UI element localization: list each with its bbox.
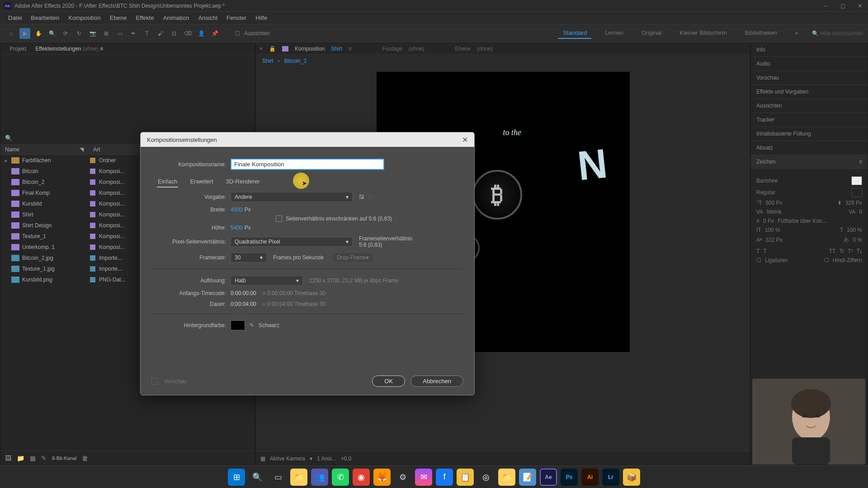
tsume-field[interactable]: 0 % <box>853 237 862 243</box>
col-label-header[interactable]: ◥ <box>80 146 93 153</box>
roto-tool[interactable]: 👤 <box>196 28 207 39</box>
tab-footage[interactable]: Footage <box>382 46 402 52</box>
after-effects-icon[interactable]: Ae <box>540 469 557 486</box>
obs-icon[interactable]: ◎ <box>477 469 495 486</box>
project-search-icon[interactable]: 🔍 <box>5 135 12 141</box>
menu-hilfe[interactable]: Hilfe <box>251 13 272 23</box>
zoom-tool[interactable]: 🔍 <box>47 28 57 39</box>
menu-komposition[interactable]: Komposition <box>64 13 105 23</box>
menu-bearbeiten[interactable]: Bearbeiten <box>26 13 64 23</box>
tab-shirt[interactable]: Shirt <box>331 46 342 52</box>
hand-tool[interactable]: ✋ <box>33 28 44 39</box>
panel-absatz[interactable]: Absatz <box>751 141 868 155</box>
brush-tool[interactable]: 🖌 <box>155 28 166 39</box>
workspace-standard[interactable]: Standard <box>558 28 591 39</box>
anchor-tool[interactable]: ⊞ <box>101 28 112 39</box>
search-icon[interactable]: 🔍 <box>812 30 819 37</box>
ok-button[interactable]: OK <box>372 375 405 387</box>
tab-einfach[interactable]: Einfach <box>157 176 178 188</box>
illustrator-icon[interactable]: Ai <box>581 469 599 486</box>
close-window-button[interactable]: ✕ <box>855 1 864 10</box>
panel-info[interactable]: Info <box>751 43 868 57</box>
vorgabe-select[interactable]: Andere▾ <box>231 192 353 202</box>
par-select[interactable]: Quadratische Pixel▾ <box>231 237 353 247</box>
panel-effekte[interactable]: Effekte und Vorgaben <box>751 85 868 99</box>
duration-field[interactable]: 0:00:04:00 <box>231 301 256 307</box>
messenger-icon[interactable]: ✉ <box>415 469 432 486</box>
breadcrumb-shirt[interactable]: Shirt <box>262 58 274 64</box>
workspace-more[interactable]: » <box>790 28 802 39</box>
workspace-bibliotheken[interactable]: Bibliotheken <box>741 28 782 39</box>
firefox-icon[interactable]: 🦊 <box>373 469 391 486</box>
task-view-icon[interactable]: ▭ <box>269 469 287 486</box>
panel-vorschau[interactable]: Vorschau <box>751 71 868 85</box>
menu-ebene[interactable]: Ebene <box>105 13 132 23</box>
composition-name-input[interactable] <box>231 159 384 170</box>
lock-aspect-checkbox[interactable] <box>276 216 282 222</box>
tab-projekt[interactable]: Projekt <box>5 44 31 54</box>
panel-zeichen[interactable]: Zeichen≡ <box>751 155 868 169</box>
panel-ausrichten[interactable]: Ausrichten <box>751 99 868 113</box>
save-preset-icon[interactable]: 🖫 <box>359 194 364 200</box>
stroke-field[interactable]: 0 Px <box>763 218 774 224</box>
panel-audio[interactable]: Audio <box>751 57 868 71</box>
menu-ansicht[interactable]: Ansicht <box>193 13 222 23</box>
camera-dropdown[interactable]: Aktive Kamera <box>270 455 305 462</box>
height-field[interactable]: 5400 <box>231 225 243 231</box>
fill-color-swatch[interactable] <box>851 176 862 185</box>
search-placeholder[interactable]: Hilfe durchsuchen <box>820 30 863 37</box>
lightroom-icon[interactable]: Lr <box>602 469 619 486</box>
tab-effekteinstellungen[interactable]: Effekteinstellungen (ohne) ≡ <box>31 44 108 54</box>
dialog-close-button[interactable]: ✕ <box>462 136 468 144</box>
tab-3d-renderer[interactable]: 3D-Renderer <box>225 176 261 188</box>
eyedropper-icon[interactable]: ✎ <box>250 322 254 328</box>
notepad-icon[interactable]: 📝 <box>519 469 536 486</box>
workspace-lernen[interactable]: Lernen <box>600 28 627 39</box>
close-tab-icon[interactable]: × <box>259 46 263 52</box>
col-type-header[interactable]: Art <box>93 146 100 153</box>
snap-checkbox[interactable]: ☐ <box>232 28 243 39</box>
menu-effekte[interactable]: Effekte <box>131 13 158 23</box>
hindi-checkbox[interactable]: ☐ <box>824 257 829 263</box>
col-name-header[interactable]: Name <box>5 146 80 153</box>
breadcrumb-bitcoin2[interactable]: Bitcoin_2 <box>284 58 307 64</box>
exposure[interactable]: +0,0 <box>341 455 352 462</box>
panel-tracker[interactable]: Tracker <box>751 113 868 127</box>
font-size-field[interactable]: 500 Px <box>765 200 782 206</box>
app-icon[interactable]: 📦 <box>623 469 640 486</box>
baseline-field[interactable]: 322 Px <box>765 237 782 243</box>
bit-depth[interactable]: 8-Bit-Kanal <box>52 455 76 461</box>
explorer-icon[interactable]: 📁 <box>290 469 307 486</box>
menu-animation[interactable]: Animation <box>159 13 194 23</box>
font-style-select[interactable]: Regular <box>756 189 848 196</box>
resolution-select[interactable]: Halb▾ <box>231 276 303 286</box>
eraser-tool[interactable]: ⌫ <box>182 28 193 39</box>
taskbar-search-icon[interactable]: 🔍 <box>249 469 266 486</box>
app-icon[interactable]: ⚙ <box>394 469 411 486</box>
trash-icon[interactable]: 🗑 <box>82 455 88 462</box>
teams-icon[interactable]: 👥 <box>311 469 328 486</box>
channel-icon[interactable]: ▦ <box>260 455 265 462</box>
new-comp-icon[interactable]: ▦ <box>30 455 36 462</box>
vscale-field[interactable]: 100 % <box>765 227 780 233</box>
facebook-icon[interactable]: f <box>436 469 453 486</box>
pen-tool[interactable]: ✒ <box>128 28 139 39</box>
maximize-button[interactable]: ▢ <box>838 1 847 10</box>
tab-erweitert[interactable]: Erweitert <box>189 176 214 188</box>
ligaturen-checkbox[interactable]: ☐ <box>756 257 761 263</box>
puppet-tool[interactable]: 📌 <box>209 28 220 39</box>
whatsapp-icon[interactable]: ✆ <box>332 469 349 486</box>
app-icon[interactable]: ◉ <box>353 469 370 486</box>
orbit-tool[interactable]: ⟳ <box>60 28 71 39</box>
leading-field[interactable]: 325 Px <box>845 200 862 206</box>
workspace-kleiner[interactable]: Kleiner Bildschirm <box>675 28 731 39</box>
stamp-tool[interactable]: ⊡ <box>169 28 179 39</box>
stroke-color-swatch[interactable] <box>851 188 862 197</box>
photoshop-icon[interactable]: Ps <box>561 469 578 486</box>
tab-komposition[interactable]: Komposition <box>295 46 325 52</box>
width-field[interactable]: 4500 <box>231 206 243 213</box>
lock-icon[interactable]: 🔒 <box>269 46 276 52</box>
menu-datei[interactable]: Datei <box>4 13 26 23</box>
shape-tool[interactable]: ▭ <box>114 28 125 39</box>
workspace-original[interactable]: Original <box>637 28 666 39</box>
